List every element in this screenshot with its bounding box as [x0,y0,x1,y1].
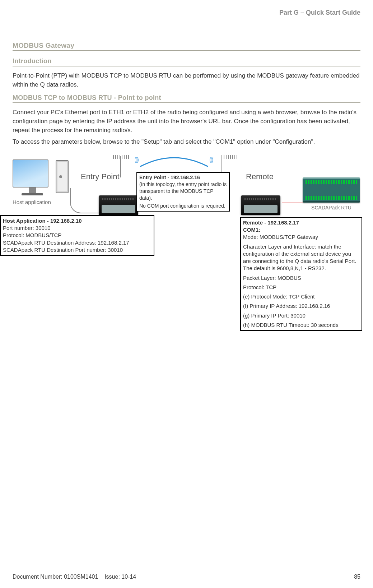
host-application-callout: Host Application - 192.168.2.10 Port num… [0,215,154,256]
monitor-icon: Host application [13,159,52,205]
remote-callout-title: Remote - 192.168.2.17 [243,219,359,226]
host-callout-l4: SCADApack RTU Destination Port number: 3… [3,246,151,254]
pc-tower-icon [56,160,69,193]
entry-point-label: Entry Point [81,172,120,181]
footer-doc-number: Document Number: 0100SM1401 [13,574,98,580]
topology-diagram: Host application Entry Point ))) ((( Rem… [13,152,360,318]
para-intro: Point-to-Point (PTP) with MODBUS TCP to … [13,71,360,89]
remote-callout-l8: (h) MODBUS RTU Timeout: 30 seconds [243,321,359,329]
page-footer: Document Number: 0100SM1401 Issue: 10-14… [13,574,360,580]
scadapack-rtu-label: SCADAPack RTU [303,205,360,210]
remote-callout-l3: Packet Layer: MODBUS [243,274,359,282]
signal-arc-icon [140,154,208,168]
host-callout-l1: Port number: 30010 [3,224,151,232]
host-callout-l3: SCADApack RTU Destination Address: 192.1… [3,239,151,246]
antenna-left-icon [120,156,121,177]
remote-callout-l4: Protocol: TCP [243,284,359,291]
heading-modbus-gateway: MODBUS Gateway [13,42,360,51]
radio-waves-left-icon: ))) [135,156,138,163]
remote-callout-com: COM1: [243,226,359,233]
entry-point-callout: Entry Point - 192.168.2.16 (In this topo… [136,172,230,212]
remote-callout-l7: (g) Primary IP Port: 30010 [243,312,359,319]
heading-introduction: Introduction [13,57,360,66]
entry-point-radio-icon [99,195,138,215]
remote-callout-l6: (f) Primary IP Address: 192.168.2.16 [243,302,359,310]
footer-page-number: 85 [354,574,360,580]
page-header-part: Part G – Quick Start Guide [13,9,360,17]
entry-callout-line2: No COM port configuration is required. [139,203,227,209]
heading-ptp: MODBUS TCP to MODBUS RTU - Point to poin… [13,94,360,103]
para-connect: Connect your PC's Ethernet port to ETH1 … [13,108,360,135]
remote-callout-l2: Character Layer and Interface: match the… [243,243,359,272]
remote-callout-l5: (e) Protocol Mode: TCP Client [243,293,359,300]
remote-callout-l1: Mode: MODBUS/TCP Gateway [243,233,359,241]
entry-callout-line1: (In this topology, the entry point radio… [139,181,227,202]
para-access: To access the parameters below, browse t… [13,138,360,147]
remote-label: Remote [246,172,274,181]
host-application-label: Host application [13,199,52,205]
remote-callout: Remote - 192.168.2.17 COM1: Mode: MODBUS… [240,217,362,331]
radio-waves-right-icon: ((( [209,156,213,163]
remote-radio-icon [241,195,280,215]
ethernet-cable-icon [70,188,102,213]
footer-issue: Issue: 10-14 [104,574,136,580]
host-callout-title: Host Application - 192.168.2.10 [3,217,151,224]
serial-cable-icon [282,203,303,203]
host-callout-l2: Protocol: MODBUS/TCP [3,232,151,239]
scadapack-rtu-icon: SCADAPack RTU [303,177,360,210]
entry-callout-title: Entry Point - 192.168.2.16 [139,174,227,181]
